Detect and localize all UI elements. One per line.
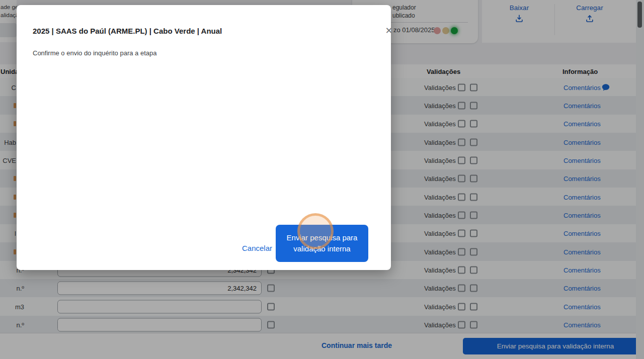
cancel-button[interactable]: Cancelar [227,244,272,252]
dialog-title: 2025 | SAAS do Paúl (ARME.PL) | Cabo Ver… [33,27,222,35]
confirm-dialog: 2025 | SAAS do Paúl (ARME.PL) | Cabo Ver… [17,5,391,270]
confirm-submit-button[interactable]: Enviar pesquisa para validação interna [276,225,368,262]
dialog-message: Confirme o envio do inquérito para a eta… [33,49,156,57]
close-icon[interactable]: ✕ [383,25,394,36]
